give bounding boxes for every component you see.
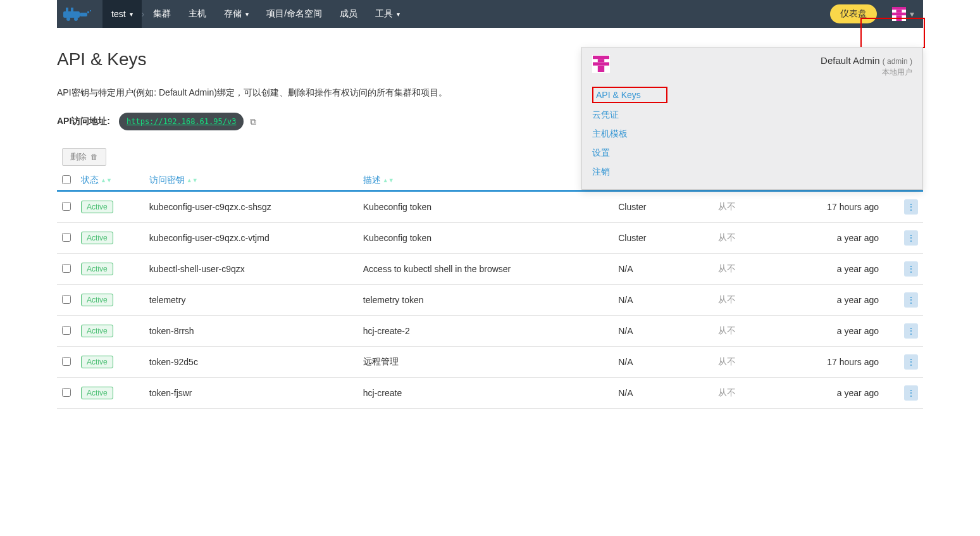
- row-checkbox[interactable]: [62, 295, 71, 304]
- cell-expires: 从不: [679, 223, 774, 254]
- cell-created: a year ago: [774, 254, 899, 285]
- api-url[interactable]: https://192.168.61.95/v3: [119, 113, 244, 130]
- status-badge: Active: [81, 325, 113, 337]
- chevron-down-icon: ▾: [910, 9, 914, 19]
- menu-cloud-credentials[interactable]: 云凭证: [592, 106, 912, 125]
- dashboard-button[interactable]: 仪表盘: [830, 4, 877, 23]
- nav-host[interactable]: 主机: [180, 0, 215, 28]
- api-keys-table: 状态▲▼ 访问密钥▲▼ 描述▲▼ 范围▲▼ 过期时间▲▼ 创建时间▲▼ Acti…: [57, 170, 923, 409]
- menu-api-keys[interactable]: API & Keys: [592, 87, 667, 103]
- svg-rect-7: [90, 10, 91, 11]
- cell-scope: N/A: [613, 285, 679, 316]
- row-actions-button[interactable]: ⋮: [904, 385, 918, 401]
- row-checkbox[interactable]: [62, 264, 71, 273]
- cell-description: telemetry token: [358, 285, 613, 316]
- rancher-logo-icon: [62, 5, 97, 23]
- user-dropdown: Default Admin ( admin ) 本地用户 API & Keys …: [581, 47, 923, 190]
- cell-scope: Cluster: [613, 191, 679, 223]
- nav-members-label: 成员: [340, 8, 357, 20]
- status-badge: Active: [81, 387, 113, 399]
- nav-host-label: 主机: [189, 8, 206, 20]
- nav-cluster-selector[interactable]: test▾: [102, 0, 142, 28]
- col-access-key-label: 访问密钥: [149, 175, 185, 185]
- cell-created: 17 hours ago: [774, 347, 899, 378]
- svg-rect-6: [87, 11, 89, 13]
- row-actions-button[interactable]: ⋮: [904, 292, 918, 308]
- cell-description: 远程管理: [358, 347, 613, 378]
- status-badge: Active: [81, 232, 113, 244]
- cell-scope: N/A: [613, 316, 679, 347]
- cell-scope: N/A: [613, 378, 679, 409]
- cell-scope: Cluster: [613, 223, 679, 254]
- status-badge: Active: [81, 201, 113, 213]
- avatar-icon: [593, 56, 609, 72]
- user-login-name: ( admin ): [883, 57, 912, 66]
- table-row: Activekubectl-shell-user-c9qzxAccess to …: [57, 254, 923, 285]
- table-row: Activetoken-92d5c远程管理N/A从不17 hours ago⋮: [57, 347, 923, 378]
- svg-rect-8: [892, 7, 906, 9]
- menu-logout[interactable]: 注销: [592, 163, 912, 182]
- menu-node-templates[interactable]: 主机模板: [592, 125, 912, 144]
- nav-storage[interactable]: 存储▾: [215, 0, 257, 28]
- row-checkbox[interactable]: [62, 202, 71, 211]
- nav-project-namespace[interactable]: 项目/命名空间: [257, 0, 331, 28]
- cell-access-key: token-fjswr: [144, 378, 358, 409]
- copy-icon[interactable]: ⧉: [250, 116, 256, 127]
- row-checkbox[interactable]: [62, 357, 71, 366]
- nav-test-label: test: [111, 9, 126, 19]
- chevron-down-icon: ▾: [130, 11, 133, 18]
- svg-rect-12: [593, 56, 609, 59]
- cell-created: a year ago: [774, 223, 899, 254]
- cell-access-key: kubeconfig-user-c9qzx.c-shsgz: [144, 191, 358, 223]
- cell-access-key: kubeconfig-user-c9qzx.c-vtjmd: [144, 223, 358, 254]
- cell-access-key: token-8rrsh: [144, 316, 358, 347]
- delete-button[interactable]: 删除 🗑: [62, 148, 106, 166]
- col-status[interactable]: 状态▲▼: [76, 170, 144, 191]
- cell-created: 17 hours ago: [774, 191, 899, 223]
- chevron-down-icon: ▾: [397, 11, 400, 18]
- user-display-name: Default Admin: [821, 55, 879, 66]
- nav-cluster-label: 集群: [153, 8, 171, 20]
- table-row: Activekubeconfig-user-c9qzx.c-vtjmdKubec…: [57, 223, 923, 254]
- user-menu-toggle[interactable]: ▾: [883, 0, 923, 28]
- row-actions-button[interactable]: ⋮: [904, 354, 918, 370]
- cell-expires: 从不: [679, 378, 774, 409]
- row-actions-button[interactable]: ⋮: [904, 261, 918, 277]
- nav-tools[interactable]: 工具▾: [366, 0, 409, 28]
- nav-members[interactable]: 成员: [331, 0, 366, 28]
- nav-cluster[interactable]: 集群: [144, 0, 180, 28]
- logo[interactable]: [57, 5, 102, 23]
- row-checkbox[interactable]: [62, 388, 71, 397]
- api-address-label: API访问地址:: [57, 116, 110, 127]
- cell-description: hcj-create-2: [358, 316, 613, 347]
- menu-settings[interactable]: 设置: [592, 144, 912, 163]
- delete-label: 删除: [70, 151, 87, 163]
- svg-rect-13: [598, 59, 604, 62]
- row-checkbox[interactable]: [62, 233, 71, 242]
- col-description-label: 描述: [363, 175, 381, 185]
- col-select-all: [57, 170, 76, 191]
- row-actions-button[interactable]: ⋮: [904, 199, 918, 215]
- cell-description: hcj-create: [358, 378, 613, 409]
- cell-created: a year ago: [774, 285, 899, 316]
- row-checkbox[interactable]: [62, 326, 71, 335]
- cell-created: a year ago: [774, 378, 899, 409]
- cell-scope: N/A: [613, 254, 679, 285]
- col-description[interactable]: 描述▲▼: [358, 170, 613, 191]
- cell-expires: 从不: [679, 285, 774, 316]
- col-access-key[interactable]: 访问密钥▲▼: [144, 170, 358, 191]
- select-all-checkbox[interactable]: [62, 175, 71, 184]
- sort-icon: ▲▼: [101, 178, 112, 182]
- svg-rect-2: [71, 8, 73, 13]
- dropdown-header: Default Admin ( admin ) 本地用户: [582, 47, 922, 84]
- cell-expires: 从不: [679, 191, 774, 223]
- table-row: Activekubeconfig-user-c9qzx.c-shsgzKubec…: [57, 191, 923, 223]
- cell-expires: 从不: [679, 347, 774, 378]
- cell-description: Kubeconfig token: [358, 191, 613, 223]
- dashboard-label: 仪表盘: [840, 8, 867, 20]
- sort-icon: ▲▼: [383, 178, 394, 182]
- row-actions-button[interactable]: ⋮: [904, 323, 918, 339]
- dropdown-links: API & Keys 云凭证 主机模板 设置 注销: [582, 84, 922, 189]
- row-actions-button[interactable]: ⋮: [904, 230, 918, 246]
- trash-icon: 🗑: [90, 153, 98, 161]
